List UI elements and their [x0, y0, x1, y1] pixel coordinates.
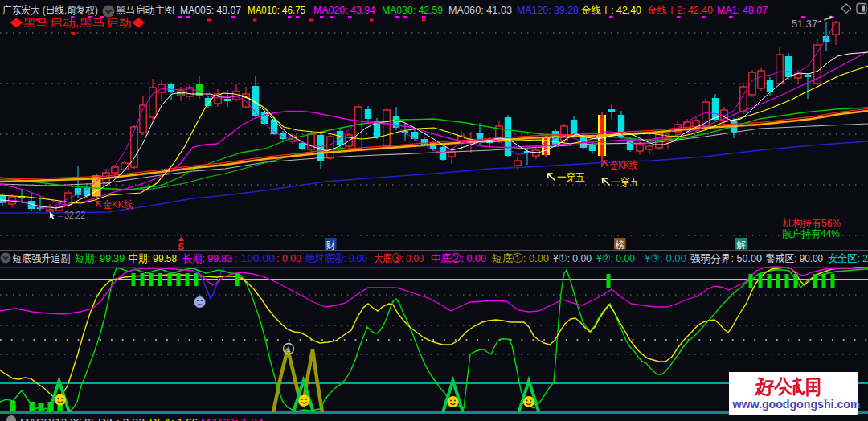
svg-text:警戒区: 90.00: 警戒区: 90.00 — [766, 252, 823, 264]
svg-text:MA120: 39.28: MA120: 39.28 — [517, 4, 579, 16]
svg-text:解: 解 — [737, 239, 747, 251]
svg-text:短期: 99.39: 短期: 99.39 — [75, 252, 125, 264]
svg-text:¥①: 0.00: ¥①: 0.00 — [552, 252, 592, 264]
svg-text:: 0.00: : 0.00 — [276, 252, 301, 264]
svg-text:: 100.00: : 100.00 — [235, 252, 275, 264]
svg-text:◆黑马启动,黑马启动◆: ◆黑马启动,黑马启动◆ — [10, 17, 145, 29]
svg-text:MA020: 43.94: MA020: 43.94 — [313, 4, 375, 16]
svg-text:中期: 99.58: 中期: 99.58 — [129, 252, 177, 264]
svg-text:散户持有44%: 散户持有44% — [782, 228, 840, 239]
svg-text:←32.22: ←32.22 — [56, 209, 85, 221]
svg-text:一穿五: 一穿五 — [557, 171, 585, 183]
svg-text:金线王2: 42.40: 金线王2: 42.40 — [647, 4, 713, 16]
svg-text:MACD: 1.34: MACD: 1.34 — [201, 416, 264, 421]
svg-text:MA005: 48.07: MA005: 48.07 — [180, 4, 241, 16]
svg-text:绝对底④: 0.00: 绝对底④: 0.00 — [305, 252, 367, 264]
svg-text:短底强升追副: 短底强升追副 — [13, 252, 71, 264]
svg-text:长期: 99.83: 长期: 99.83 — [182, 252, 232, 264]
svg-text:大底③: 0.00: 大底③: 0.00 — [374, 252, 424, 264]
svg-text:短底①: 0.00: 短底①: 0.00 — [492, 252, 549, 264]
svg-text:¥②: 0.00: ¥②: 0.00 — [596, 252, 635, 264]
svg-text:财: 财 — [326, 239, 336, 251]
svg-text:1: 1 — [286, 345, 290, 354]
svg-text:强弱分界: 50.00: 强弱分界: 50.00 — [690, 252, 762, 264]
svg-text:MA010: 46.75: MA010: 46.75 — [248, 4, 305, 16]
svg-text:金KK线: 金KK线 — [103, 198, 133, 210]
svg-text:51.37: 51.37 — [792, 18, 817, 30]
svg-text:MA030: 42.59: MA030: 42.59 — [382, 4, 443, 16]
svg-text:MA1: 48.07: MA1: 48.07 — [717, 4, 768, 16]
svg-text:MACD(12,26,9): MACD(12,26,9) — [20, 416, 94, 421]
svg-text:金线王: 42.40: 金线王: 42.40 — [581, 4, 641, 16]
svg-text:一穿五: 一穿五 — [612, 176, 639, 188]
svg-text:黑马启动主图: 黑马启动主图 — [116, 4, 174, 16]
svg-text:DIF: 2.23: DIF: 2.23 — [98, 416, 145, 421]
svg-text:中底②: 0.00: 中底②: 0.00 — [431, 252, 486, 264]
svg-text:DEA: 1.66: DEA: 1.66 — [149, 416, 198, 421]
svg-text:MA060: 41.03: MA060: 41.03 — [448, 4, 512, 16]
svg-text:榜: 榜 — [615, 239, 625, 251]
svg-text:www.goodgongshi.com: www.goodgongshi.com — [732, 397, 861, 411]
svg-text:机构持有56%: 机构持有56% — [782, 218, 841, 229]
svg-text:广东宏大 (日线.前复权): 广东宏大 (日线.前复权) — [2, 4, 98, 16]
svg-text:¥③: 0.00: ¥③: 0.00 — [644, 252, 686, 264]
svg-text:安全区: 2: 安全区: 2 — [828, 252, 868, 264]
svg-text:金KK线: 金KK线 — [610, 159, 637, 171]
